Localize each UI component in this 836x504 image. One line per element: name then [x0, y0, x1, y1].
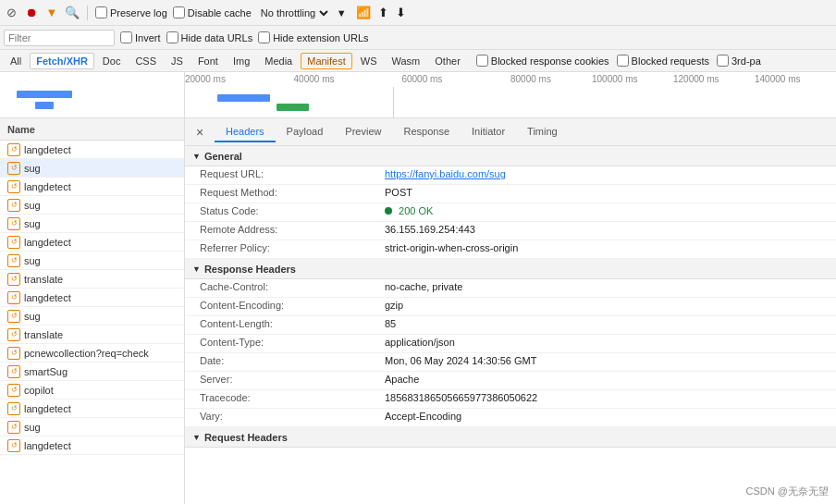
- tab-headers[interactable]: Headers: [215, 122, 276, 142]
- tab-manifest[interactable]: Manifest: [301, 53, 352, 69]
- request-item[interactable]: ↺ pcnewcollection?req=check: [0, 344, 184, 363]
- search-icon[interactable]: 🔍: [65, 6, 80, 20]
- request-item[interactable]: ↺ langdetect: [0, 400, 184, 418]
- req-name: langdetect: [24, 144, 71, 155]
- request-item[interactable]: ↺ sug: [0, 215, 184, 233]
- disable-cache-checkbox[interactable]: [173, 6, 185, 18]
- referrer-policy-value: strict-origin-when-cross-origin: [385, 242, 829, 253]
- req-name: sug: [24, 255, 41, 266]
- details-close-button[interactable]: ×: [189, 121, 211, 143]
- request-item[interactable]: ↺ langdetect: [0, 178, 184, 196]
- tracecode-row: Tracecode: 185683186505665977386050622: [185, 390, 836, 409]
- tab-fetch-xhr[interactable]: Fetch/XHR: [30, 53, 94, 69]
- third-party-label[interactable]: 3rd-pa: [717, 55, 761, 67]
- timeline-left: [0, 72, 185, 117]
- request-url-value[interactable]: https://fanyi.baidu.com/sug: [385, 168, 829, 179]
- filter-icon[interactable]: ▼: [44, 6, 59, 20]
- preserve-log-checkbox[interactable]: [95, 6, 107, 18]
- req-icon: ↺: [7, 273, 20, 286]
- tab-payload[interactable]: Payload: [276, 122, 335, 142]
- tab-other[interactable]: Other: [428, 53, 467, 69]
- content-length-value: 85: [385, 318, 829, 329]
- request-item[interactable]: ↺ langdetect: [0, 436, 184, 455]
- timeline-waterfall: [185, 87, 836, 118]
- req-name: langdetect: [24, 237, 71, 248]
- request-item[interactable]: ↺ translate: [0, 326, 184, 344]
- net-icons: 📶 ⬆ ⬇: [356, 6, 406, 19]
- request-item[interactable]: ↺ sug: [0, 307, 184, 326]
- record-icon[interactable]: ⏺: [24, 6, 39, 20]
- stop-icon[interactable]: ⊘: [4, 6, 18, 20]
- req-name: sug: [24, 218, 41, 229]
- request-item[interactable]: ↺ langdetect: [0, 289, 184, 307]
- req-name: copilot: [24, 385, 54, 396]
- upload-icon: ⬆: [378, 6, 388, 19]
- blocked-requests-checkbox[interactable]: [617, 55, 629, 67]
- request-item[interactable]: ↺ sug: [0, 196, 184, 215]
- cache-control-value: no-cache, private: [385, 281, 829, 292]
- tab-preview[interactable]: Preview: [334, 122, 392, 142]
- server-value: Apache: [385, 374, 829, 385]
- request-item[interactable]: ↺ sug: [0, 418, 184, 436]
- throttle-select[interactable]: No throttling: [257, 6, 331, 19]
- tab-initiator[interactable]: Initiator: [461, 122, 516, 142]
- general-section-header[interactable]: ▼ General: [185, 146, 836, 166]
- remote-address-label: Remote Address:: [200, 224, 385, 235]
- hide-data-urls-checkbox[interactable]: [166, 31, 178, 43]
- tab-font[interactable]: Font: [191, 53, 225, 69]
- hide-ext-urls-label[interactable]: Hide extension URLs: [258, 31, 368, 43]
- req-icon: ↺: [7, 162, 20, 175]
- preserve-log-label[interactable]: Preserve log: [95, 6, 167, 18]
- request-item[interactable]: ↺ sug: [0, 252, 184, 270]
- response-headers-title: Response Headers: [204, 264, 296, 275]
- vary-label: Vary:: [200, 411, 385, 422]
- remote-address-value: 36.155.169.254:443: [385, 224, 829, 235]
- req-icon: ↺: [7, 347, 20, 360]
- request-item[interactable]: ↺ langdetect: [0, 141, 184, 159]
- tab-wasm[interactable]: Wasm: [386, 53, 427, 69]
- req-name: langdetect: [24, 440, 71, 451]
- main-area: Name ↺ langdetect ↺ sug ↺ langdetect ↺ s…: [0, 118, 836, 504]
- response-headers-section-header[interactable]: ▼ Response Headers: [185, 259, 836, 279]
- tab-css[interactable]: CSS: [129, 53, 163, 69]
- request-item[interactable]: ↺ sug: [0, 159, 184, 178]
- req-icon: ↺: [7, 199, 20, 212]
- mark-100000: 100000 ms: [592, 74, 637, 84]
- request-item[interactable]: ↺ smartSug: [0, 363, 184, 381]
- hide-data-urls-label[interactable]: Hide data URLs: [166, 31, 253, 43]
- blocked-cookies-checkbox[interactable]: [476, 55, 488, 67]
- request-item[interactable]: ↺ translate: [0, 270, 184, 289]
- tab-img[interactable]: Img: [227, 53, 256, 69]
- tab-response[interactable]: Response: [392, 122, 461, 142]
- disable-cache-label[interactable]: Disable cache: [173, 6, 252, 18]
- tab-ws[interactable]: WS: [354, 53, 384, 69]
- mark-140000: 140000 ms: [755, 74, 800, 84]
- tab-js[interactable]: JS: [165, 53, 190, 69]
- content-type-value: application/json: [385, 337, 829, 348]
- request-method-row: Request Method: POST: [185, 185, 836, 203]
- content-encoding-row: Content-Encoding: gzip: [185, 298, 836, 316]
- blocked-requests-label[interactable]: Blocked requests: [617, 55, 709, 67]
- invert-label[interactable]: Invert: [120, 31, 161, 43]
- content-length-label: Content-Length:: [200, 318, 385, 329]
- cache-control-row: Cache-Control: no-cache, private: [185, 279, 836, 298]
- request-item[interactable]: ↺ copilot: [0, 381, 184, 400]
- content-encoding-value: gzip: [385, 300, 829, 311]
- req-name: langdetect: [24, 181, 71, 192]
- hide-ext-urls-checkbox[interactable]: [258, 31, 270, 43]
- content-encoding-label: Content-Encoding:: [200, 300, 385, 311]
- filter-input[interactable]: [4, 30, 115, 46]
- blocked-cookies-label[interactable]: Blocked response cookies: [476, 55, 609, 67]
- tab-timing[interactable]: Timing: [516, 122, 569, 142]
- invert-checkbox[interactable]: [120, 31, 132, 43]
- tab-all[interactable]: All: [4, 53, 28, 69]
- third-party-checkbox[interactable]: [717, 55, 729, 67]
- tab-media[interactable]: Media: [258, 53, 299, 69]
- request-headers-title: Request Headers: [204, 432, 288, 443]
- request-method-label: Request Method:: [200, 187, 385, 198]
- request-item[interactable]: ↺ langdetect: [0, 233, 184, 252]
- request-headers-section-header[interactable]: ▼ Request Headers: [185, 427, 836, 448]
- req-icon: ↺: [7, 421, 20, 434]
- referrer-policy-label: Referrer Policy:: [200, 242, 385, 253]
- tab-doc[interactable]: Doc: [96, 53, 128, 69]
